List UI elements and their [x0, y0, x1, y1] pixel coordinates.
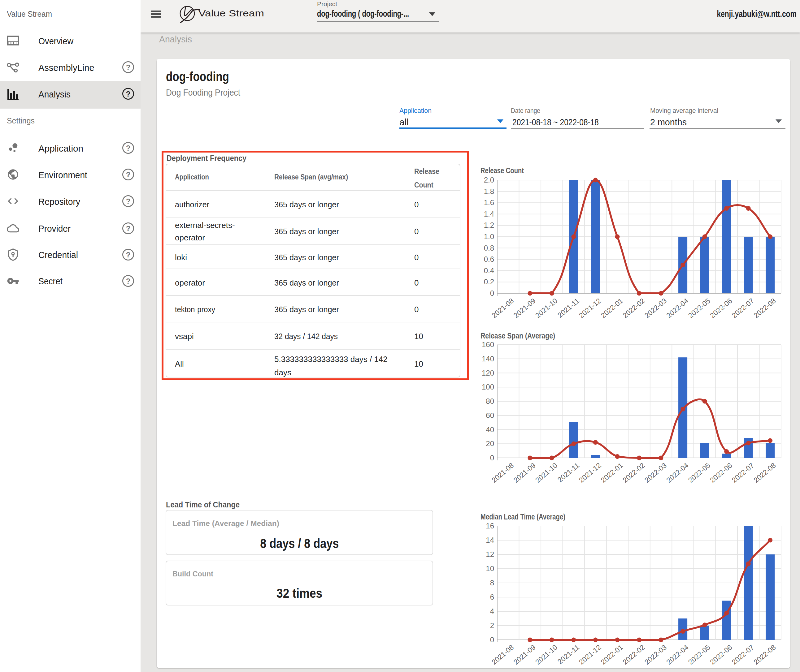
- svg-text:1.2: 1.2: [484, 221, 494, 229]
- svg-text:2022-08: 2022-08: [752, 643, 777, 666]
- svg-text:1.8: 1.8: [484, 187, 494, 195]
- svg-text:2022-02: 2022-02: [621, 461, 646, 484]
- svg-text:2022-05: 2022-05: [687, 297, 712, 320]
- svg-text:2: 2: [490, 621, 494, 630]
- svg-text:100: 100: [482, 383, 494, 391]
- svg-text:60: 60: [486, 411, 494, 419]
- svg-text:0.6: 0.6: [484, 255, 494, 263]
- svg-text:2022-01: 2022-01: [600, 643, 624, 666]
- svg-text:2022-03: 2022-03: [643, 461, 668, 484]
- svg-text:2022-06: 2022-06: [709, 461, 733, 484]
- svg-text:10: 10: [486, 564, 494, 573]
- svg-text:2022-05: 2022-05: [687, 461, 712, 484]
- svg-text:2021-12: 2021-12: [577, 643, 603, 666]
- svg-text:40: 40: [486, 426, 494, 434]
- svg-text:0: 0: [490, 454, 494, 462]
- svg-text:2022-05: 2022-05: [687, 643, 712, 666]
- svg-text:2021-11: 2021-11: [556, 643, 581, 666]
- svg-text:2022-04: 2022-04: [665, 643, 690, 666]
- svg-text:2021-10: 2021-10: [534, 297, 559, 320]
- svg-text:2022-01: 2022-01: [600, 461, 624, 484]
- svg-text:2021-10: 2021-10: [534, 461, 559, 484]
- svg-text:0.2: 0.2: [484, 278, 494, 286]
- svg-text:8: 8: [490, 579, 494, 587]
- svg-text:16: 16: [486, 522, 494, 530]
- svg-text:2021-10: 2021-10: [534, 643, 559, 666]
- svg-text:2022-08: 2022-08: [752, 461, 777, 484]
- svg-text:2022-06: 2022-06: [709, 297, 733, 320]
- svg-text:2021-09: 2021-09: [512, 643, 537, 666]
- svg-text:2022-07: 2022-07: [730, 297, 755, 320]
- svg-text:2021-08: 2021-08: [490, 643, 515, 666]
- svg-text:0: 0: [490, 635, 494, 644]
- svg-text:140: 140: [482, 355, 494, 363]
- svg-text:2022-03: 2022-03: [643, 297, 668, 320]
- svg-text:1.0: 1.0: [484, 232, 494, 241]
- svg-text:2022-03: 2022-03: [643, 643, 668, 666]
- svg-text:2021-09: 2021-09: [512, 297, 537, 320]
- svg-text:20: 20: [486, 439, 494, 448]
- svg-text:2021-11: 2021-11: [556, 297, 581, 319]
- svg-text:0: 0: [490, 289, 494, 297]
- svg-text:Release Count: Release Count: [481, 166, 524, 175]
- svg-text:2.0: 2.0: [484, 176, 494, 184]
- svg-text:12: 12: [486, 550, 494, 558]
- svg-text:2022-07: 2022-07: [730, 643, 755, 666]
- svg-text:2021-12: 2021-12: [577, 297, 603, 320]
- svg-text:0.4: 0.4: [484, 266, 494, 275]
- svg-text:1.6: 1.6: [484, 198, 494, 207]
- svg-text:120: 120: [482, 369, 494, 377]
- svg-text:2021-09: 2021-09: [512, 461, 537, 484]
- svg-text:6: 6: [490, 593, 494, 601]
- svg-text:2022-02: 2022-02: [621, 297, 646, 320]
- svg-text:160: 160: [482, 340, 494, 349]
- svg-text:2021-12: 2021-12: [577, 461, 603, 484]
- svg-text:2021-08: 2021-08: [490, 297, 515, 320]
- svg-text:4: 4: [490, 607, 494, 615]
- svg-text:Median Lead Time (Average): Median Lead Time (Average): [481, 512, 565, 521]
- svg-text:2022-04: 2022-04: [665, 461, 690, 484]
- svg-text:80: 80: [486, 397, 494, 405]
- svg-text:2021-08: 2021-08: [490, 461, 515, 484]
- svg-text:2022-07: 2022-07: [730, 461, 755, 484]
- svg-text:1.4: 1.4: [484, 210, 494, 218]
- svg-text:Release Span (Average): Release Span (Average): [481, 331, 555, 340]
- svg-text:2022-02: 2022-02: [621, 643, 646, 666]
- svg-text:2022-01: 2022-01: [600, 297, 624, 320]
- svg-text:2022-04: 2022-04: [665, 297, 690, 320]
- svg-text:2021-11: 2021-11: [556, 461, 581, 484]
- svg-text:0.8: 0.8: [484, 244, 494, 252]
- svg-text:14: 14: [486, 536, 494, 544]
- svg-text:2022-06: 2022-06: [709, 643, 733, 666]
- svg-text:2022-08: 2022-08: [752, 297, 777, 320]
